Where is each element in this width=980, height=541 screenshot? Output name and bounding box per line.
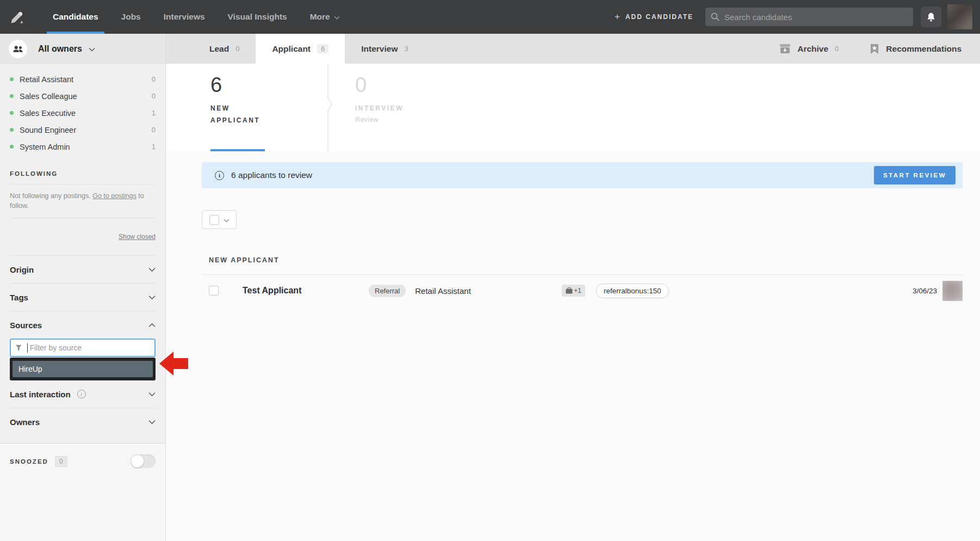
applicant-avatar xyxy=(942,281,963,301)
extra-postings-count: +1 xyxy=(574,287,581,294)
plus-icon: + xyxy=(615,11,621,22)
review-banner: i 6 applicants to review START REVIEW xyxy=(202,162,963,188)
following-empty-text: Not following any postings. Go to postin… xyxy=(10,191,156,211)
user-avatar[interactable] xyxy=(947,4,972,29)
applicant-posting: Retail Assistant xyxy=(415,286,562,296)
source-filter-input[interactable] xyxy=(29,343,150,352)
source-options-dropdown: HireUp xyxy=(10,358,156,380)
source-option-hireup[interactable]: HireUp xyxy=(13,361,153,377)
stage-content: i 6 applicants to review START REVIEW NE… xyxy=(166,151,980,541)
origin-tag-badge: Referral xyxy=(369,285,406,297)
archive-button[interactable]: Archive 0 xyxy=(780,44,839,54)
archive-icon xyxy=(780,44,790,53)
recommendations-label: Recommendations xyxy=(886,44,962,54)
divider xyxy=(10,218,156,218)
tab-interview[interactable]: Interview 3 xyxy=(345,34,424,64)
chevron-down-icon xyxy=(148,265,156,274)
briefcase-icon xyxy=(566,287,573,294)
tab-count: 3 xyxy=(404,45,408,53)
posting-count: 0 xyxy=(152,92,156,100)
posting-count: 0 xyxy=(152,75,156,83)
chevron-down-icon xyxy=(334,12,340,22)
top-nav: Candidates Jobs Interviews Visual Insigh… xyxy=(0,0,980,34)
stage-title-line2: APPLICANT xyxy=(210,116,326,124)
applicant-date: 3/06/23 xyxy=(913,287,937,295)
snoozed-toggle[interactable] xyxy=(131,454,156,468)
tab-label: Applicant xyxy=(272,44,311,54)
add-candidate-label: ADD CANDIDATE xyxy=(625,13,693,21)
stage-title-line2: Review xyxy=(355,115,470,124)
stage-title-line1: INTERVIEW xyxy=(355,104,470,112)
select-all-checkbox[interactable] xyxy=(209,215,219,225)
filter-label: Origin xyxy=(10,265,34,274)
snoozed-label: SNOOZED xyxy=(10,458,48,465)
filter-label: Owners xyxy=(10,417,40,427)
nav-item-candidates[interactable]: Candidates xyxy=(41,0,110,34)
filter-section-sources[interactable]: Sources xyxy=(10,311,156,339)
filter-section-origin[interactable]: Origin xyxy=(10,256,156,283)
pencil-logo-icon xyxy=(9,9,25,25)
search-candidates-box[interactable] xyxy=(705,8,913,26)
recommendations-button[interactable]: Recommendations xyxy=(870,44,962,54)
chevron-down-icon xyxy=(148,389,156,399)
filter-section-tags[interactable]: Tags xyxy=(10,284,156,311)
tab-count: 0 xyxy=(235,45,239,53)
stage-cards: 6 NEW APPLICANT 0 INTERVIEW Review xyxy=(166,64,980,151)
recommendations-bookmark-icon xyxy=(870,44,879,54)
source-filter-field[interactable] xyxy=(10,339,156,357)
posting-item-sales-executive[interactable]: Sales Executive 1 xyxy=(0,104,165,121)
posting-name: Sales Colleague xyxy=(20,92,77,101)
toggle-knob xyxy=(131,455,144,468)
applicant-row[interactable]: Test Applicant Referral Retail Assistant… xyxy=(202,275,963,306)
review-banner-text: 6 applicants to review xyxy=(231,170,312,180)
info-icon: i xyxy=(77,390,86,398)
filter-label: Sources xyxy=(10,321,42,330)
start-review-button[interactable]: START REVIEW xyxy=(874,166,956,185)
chevron-up-icon xyxy=(148,320,156,330)
posting-item-retail-assistant[interactable]: Retail Assistant 0 xyxy=(0,71,165,88)
posting-item-system-admin[interactable]: System Admin 1 xyxy=(0,138,165,155)
go-to-postings-link[interactable]: Go to postings xyxy=(92,192,137,200)
posting-item-sales-colleague[interactable]: Sales Colleague 0 xyxy=(0,88,165,104)
lever-logo[interactable] xyxy=(0,0,34,34)
list-section-header: NEW APPLICANT xyxy=(202,256,963,264)
stage-count: 6 xyxy=(210,73,326,97)
owners-avatar-circle xyxy=(9,40,27,58)
following-text: Not following any postings. xyxy=(10,192,92,200)
filter-section-last-interaction[interactable]: Last interaction i xyxy=(10,380,156,408)
stage-title-line1: NEW xyxy=(210,104,326,112)
show-closed-link[interactable]: Show closed xyxy=(119,233,156,241)
bulk-select-dropdown[interactable] xyxy=(202,210,237,229)
add-candidate-button[interactable]: + ADD CANDIDATE xyxy=(615,11,693,22)
status-dot-icon xyxy=(10,111,14,115)
stage-interview-review[interactable]: 0 INTERVIEW Review xyxy=(355,64,470,151)
annotation-arrow-icon xyxy=(159,351,188,377)
nav-item-interviews[interactable]: Interviews xyxy=(152,0,216,34)
filter-section-owners[interactable]: Owners xyxy=(10,408,156,435)
row-checkbox[interactable] xyxy=(209,286,219,296)
stage-tabbar: Lead 0 Applicant 6 Interview 3 Archive xyxy=(166,34,980,64)
avatar-image xyxy=(942,281,963,301)
owners-filter-label: All owners xyxy=(38,44,82,54)
posting-name: System Admin xyxy=(20,143,70,151)
tab-applicant[interactable]: Applicant 6 xyxy=(256,34,345,64)
stage-new-applicant[interactable]: 6 NEW APPLICANT xyxy=(210,64,326,151)
nav-item-more[interactable]: More xyxy=(299,0,351,34)
applicant-name: Test Applicant xyxy=(243,286,369,296)
active-stage-underline xyxy=(210,149,265,151)
notifications-button[interactable] xyxy=(921,7,941,27)
text-caret xyxy=(27,343,28,353)
posting-item-sound-engineer[interactable]: Sound Engineer 0 xyxy=(0,121,165,138)
nav-item-visual-insights[interactable]: Visual Insights xyxy=(216,0,299,34)
posting-count: 0 xyxy=(152,126,156,134)
filter-label: Last interaction xyxy=(10,390,71,399)
search-input[interactable] xyxy=(724,13,908,22)
following-header: FOLLOWING xyxy=(10,170,156,177)
posting-name: Retail Assistant xyxy=(20,75,73,84)
divider xyxy=(10,184,156,185)
nav-item-jobs[interactable]: Jobs xyxy=(110,0,152,34)
tab-lead[interactable]: Lead 0 xyxy=(193,34,256,64)
owners-filter-dropdown[interactable]: All owners xyxy=(0,34,165,64)
status-dot-icon xyxy=(10,77,14,81)
posting-name: Sound Engineer xyxy=(20,126,76,134)
